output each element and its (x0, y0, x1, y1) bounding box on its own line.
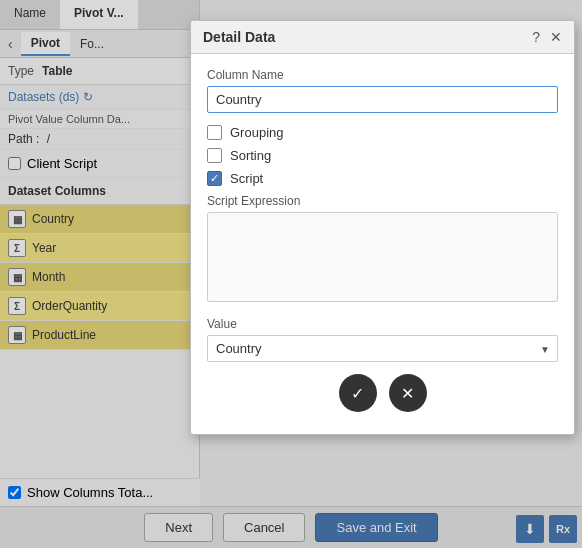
script-checkbox[interactable] (207, 171, 222, 186)
script-expression-group: Script Expression (207, 194, 558, 305)
script-expression-label: Script Expression (207, 194, 558, 208)
value-label: Value (207, 317, 558, 331)
column-name-input[interactable] (207, 86, 558, 113)
sorting-checkbox[interactable] (207, 148, 222, 163)
value-select-wrapper: Country Year Month OrderQuantity Product… (207, 335, 558, 362)
sorting-label: Sorting (230, 148, 271, 163)
script-expression-input[interactable] (207, 212, 558, 302)
grouping-label: Grouping (230, 125, 283, 140)
grouping-checkbox[interactable] (207, 125, 222, 140)
detail-data-modal: Detail Data ? ✕ Column Name Grouping Sor… (190, 20, 575, 435)
modal-actions: ✓ ✕ (207, 374, 558, 420)
modal-title: Detail Data (203, 29, 275, 45)
modal-header-icons: ? ✕ (532, 29, 562, 45)
modal-body: Column Name Grouping Sorting Script Scri… (191, 54, 574, 434)
column-name-label: Column Name (207, 68, 558, 82)
sorting-row[interactable]: Sorting (207, 148, 558, 163)
script-row[interactable]: Script (207, 171, 558, 186)
modal-ok-button[interactable]: ✓ (339, 374, 377, 412)
help-button[interactable]: ? (532, 29, 540, 45)
grouping-row[interactable]: Grouping (207, 125, 558, 140)
column-name-group: Column Name (207, 68, 558, 113)
value-group: Value Country Year Month OrderQuantity P… (207, 317, 558, 362)
modal-header: Detail Data ? ✕ (191, 21, 574, 54)
close-button[interactable]: ✕ (550, 29, 562, 45)
modal-cancel-button[interactable]: ✕ (389, 374, 427, 412)
script-label: Script (230, 171, 263, 186)
value-select[interactable]: Country Year Month OrderQuantity Product… (207, 335, 558, 362)
